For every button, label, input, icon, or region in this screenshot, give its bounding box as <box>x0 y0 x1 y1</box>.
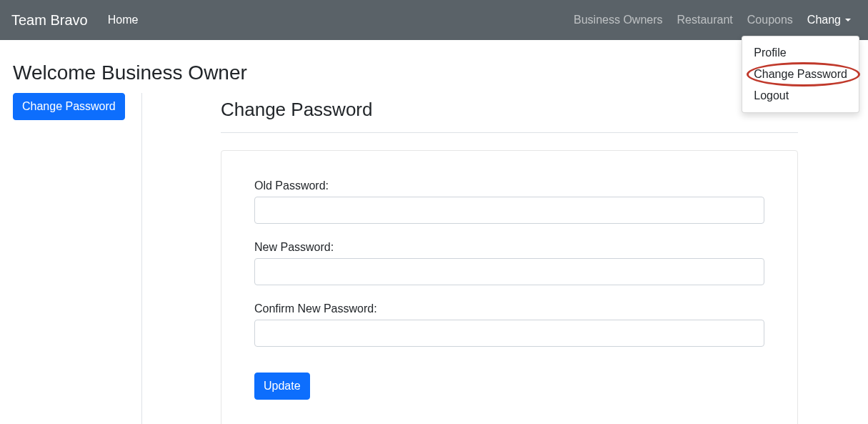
submit-row: Update <box>254 373 764 400</box>
new-password-input[interactable] <box>254 258 764 285</box>
old-password-input[interactable] <box>254 197 764 224</box>
confirm-password-label: Confirm New Password: <box>254 302 764 315</box>
sidebar: Change Password <box>13 93 141 424</box>
dropdown-profile[interactable]: Profile <box>742 42 859 64</box>
nav-home[interactable]: Home <box>102 8 144 32</box>
update-button[interactable]: Update <box>254 373 310 400</box>
sidebar-change-password-button[interactable]: Change Password <box>13 93 125 120</box>
caret-down-icon <box>845 19 851 21</box>
dropdown-change-password[interactable]: Change Password <box>742 64 859 85</box>
nav-restaurant[interactable]: Restaurant <box>672 8 739 32</box>
user-dropdown-menu: Profile Change Password Logout <box>742 36 859 113</box>
user-name: Chang <box>807 14 841 26</box>
page-content: Welcome Business Owner Change Password C… <box>0 40 868 424</box>
user-dropdown-toggle[interactable]: Chang <box>802 8 857 32</box>
main-panel: Change Password Old Password: New Passwo… <box>141 93 855 424</box>
form-card: Old Password: New Password: Confirm New … <box>221 150 798 424</box>
form-group-new-password: New Password: <box>254 241 764 285</box>
new-password-label: New Password: <box>254 241 764 254</box>
nav-business-owners[interactable]: Business Owners <box>568 8 669 32</box>
dropdown-change-password-label: Change Password <box>754 68 847 80</box>
section-heading: Change Password <box>221 99 798 121</box>
nav-coupons[interactable]: Coupons <box>742 8 799 32</box>
confirm-password-input[interactable] <box>254 320 764 347</box>
layout: Change Password Change Password Old Pass… <box>13 93 855 424</box>
form-group-old-password: Old Password: <box>254 179 764 224</box>
navbar: Team Bravo Home Business Owners Restaura… <box>0 0 868 40</box>
dropdown-logout[interactable]: Logout <box>742 85 859 107</box>
brand-link[interactable]: Team Bravo <box>11 12 88 29</box>
divider <box>221 132 798 133</box>
page-title: Welcome Business Owner <box>13 61 855 84</box>
form-group-confirm-password: Confirm New Password: <box>254 302 764 347</box>
old-password-label: Old Password: <box>254 179 764 192</box>
